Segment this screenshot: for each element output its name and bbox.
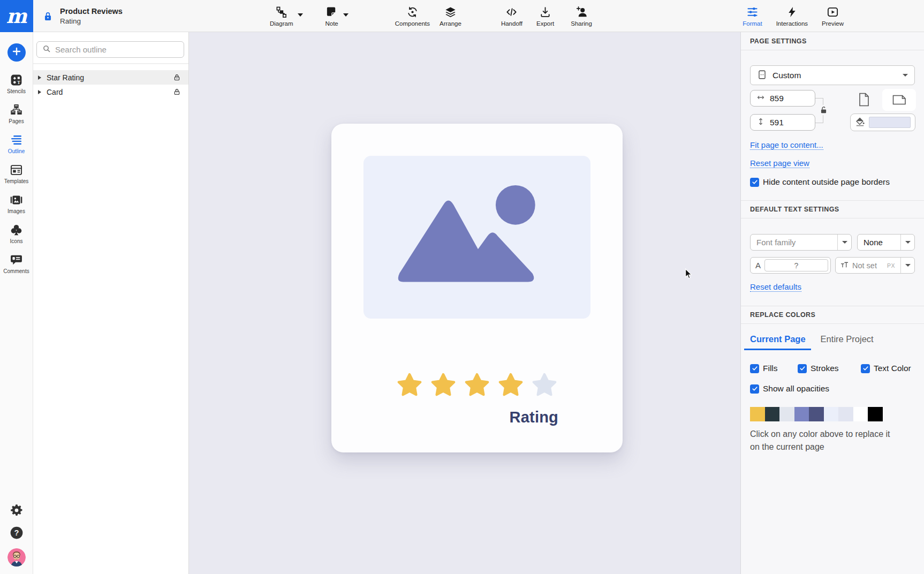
sidebar-item-stencils[interactable]: T Stencils xyxy=(7,73,26,94)
sidebar-item-pages[interactable]: Pages xyxy=(9,103,24,124)
moqups-logo[interactable]: m xyxy=(0,0,33,32)
sidebar-item-comments[interactable]: Comments xyxy=(3,253,29,274)
diagram-tool-button[interactable]: Diagram xyxy=(270,6,293,27)
tab-current-page[interactable]: Current Page xyxy=(750,334,806,350)
note-dropdown-caret[interactable] xyxy=(343,13,349,17)
hide-content-label: Hide content outside page borders xyxy=(763,177,890,187)
diagram-dropdown-caret[interactable] xyxy=(298,13,303,17)
project-titles: Product Reviews Rating xyxy=(60,7,123,25)
sidebar-item-icons[interactable]: Icons xyxy=(10,223,23,244)
format-sliders-icon xyxy=(746,6,759,18)
reset-page-view-link[interactable]: Reset page view xyxy=(750,158,809,168)
hide-content-checkbox-row[interactable]: Hide content outside page borders xyxy=(750,177,915,187)
rating-text[interactable]: Rating xyxy=(510,409,558,426)
replace-colors-caption: Click on any color above to replace it o… xyxy=(750,428,915,454)
font-family-select[interactable]: Font family xyxy=(750,234,852,251)
stencils-icon: T xyxy=(10,73,23,87)
outline-row-star-rating[interactable]: Star Rating xyxy=(33,70,188,85)
design-canvas[interactable]: Rating xyxy=(189,32,740,574)
font-size-field[interactable]: A xyxy=(750,257,831,274)
star-icon[interactable] xyxy=(463,371,491,399)
line-height-select[interactable]: Not set PX xyxy=(835,257,915,274)
add-stencil-button[interactable] xyxy=(7,43,26,62)
strokes-checkbox-row[interactable]: Strokes xyxy=(798,364,861,373)
font-style-select[interactable]: None xyxy=(857,234,915,251)
sidebar-item-images[interactable]: Images xyxy=(7,193,25,214)
arrange-tool-button[interactable]: Arrange xyxy=(440,6,461,27)
interactions-tab-button[interactable]: Interactions xyxy=(776,6,808,27)
color-swatch[interactable] xyxy=(794,407,809,421)
page-width-field[interactable] xyxy=(750,90,815,107)
fills-checkbox-row[interactable]: Fills xyxy=(750,364,798,373)
images-label: Images xyxy=(7,208,25,214)
star-icon[interactable] xyxy=(429,371,457,399)
color-swatch[interactable] xyxy=(838,407,853,421)
reset-defaults-link[interactable]: Reset defaults xyxy=(750,282,801,292)
orientation-landscape-button[interactable] xyxy=(882,89,916,111)
top-toolbar: m Product Reviews Rating Diagram xyxy=(0,0,924,32)
select-arrow-section[interactable] xyxy=(900,235,914,250)
diagram-icon xyxy=(275,6,287,18)
page-fill-color-button[interactable] xyxy=(850,114,915,131)
user-avatar[interactable] xyxy=(7,548,26,567)
color-swatch[interactable] xyxy=(824,407,839,421)
outline-icon xyxy=(10,133,23,147)
page-height-input[interactable] xyxy=(770,118,802,127)
fit-page-to-content-link[interactable]: Fit page to content... xyxy=(750,140,823,150)
select-arrow-section[interactable] xyxy=(837,235,851,250)
expand-triangle-icon[interactable] xyxy=(38,90,41,94)
chevron-down-icon xyxy=(905,264,911,267)
export-download-icon xyxy=(539,6,551,18)
font-size-input[interactable] xyxy=(764,259,828,271)
checkbox-checked-icon[interactable] xyxy=(750,178,759,187)
sharing-tool-button[interactable]: Sharing xyxy=(571,6,592,27)
settings-gear-icon[interactable] xyxy=(10,503,24,517)
templates-label: Templates xyxy=(4,178,29,184)
text-color-checkbox-row[interactable]: Text Color xyxy=(861,364,911,373)
checkbox-checked-icon[interactable] xyxy=(798,364,807,373)
format-panel: PAGE SETTINGS Custom xyxy=(740,32,924,574)
star-icon[interactable] xyxy=(531,371,558,399)
color-swatch[interactable] xyxy=(750,407,765,421)
outline-search-box[interactable] xyxy=(36,41,184,58)
image-placeholder[interactable] xyxy=(363,156,590,319)
checkbox-checked-icon[interactable] xyxy=(750,384,759,394)
select-arrow-section[interactable] xyxy=(900,258,914,273)
rating-card-stencil[interactable]: Rating xyxy=(331,124,623,452)
export-tool-button[interactable]: Export xyxy=(536,6,554,27)
color-swatch[interactable] xyxy=(853,407,868,421)
expand-triangle-icon[interactable] xyxy=(38,75,41,80)
locked-icon[interactable] xyxy=(173,73,181,81)
page-width-input[interactable] xyxy=(770,94,802,103)
page-size-preset-select[interactable]: Custom xyxy=(750,65,915,85)
components-tool-button[interactable]: Components xyxy=(395,6,430,27)
help-icon[interactable]: ? xyxy=(10,526,24,540)
sidebar-item-templates[interactable]: Templates xyxy=(4,163,29,184)
star-rating-row[interactable] xyxy=(396,371,558,399)
project-title[interactable]: Product Reviews xyxy=(60,7,123,16)
star-icon[interactable] xyxy=(497,371,525,399)
star-icon[interactable] xyxy=(396,371,423,399)
paint-bucket-icon xyxy=(855,117,865,129)
color-swatch[interactable] xyxy=(809,407,824,421)
preview-tab-button[interactable]: Preview xyxy=(822,6,844,27)
dimension-lock-toggle[interactable] xyxy=(819,105,829,115)
color-swatch[interactable] xyxy=(765,407,780,421)
show-all-opacities-row[interactable]: Show all opacities xyxy=(750,384,915,394)
color-swatch[interactable] xyxy=(779,407,794,421)
stencils-label: Stencils xyxy=(7,88,26,94)
locked-icon[interactable] xyxy=(173,88,181,96)
page-height-field[interactable] xyxy=(750,114,815,131)
color-swatch[interactable] xyxy=(868,407,883,421)
note-tool-button[interactable]: Note xyxy=(325,6,338,27)
checkbox-checked-icon[interactable] xyxy=(861,364,870,373)
checkbox-checked-icon[interactable] xyxy=(750,364,759,373)
sidebar-item-outline[interactable]: Outline xyxy=(8,133,25,154)
outline-row-card[interactable]: Card xyxy=(33,85,188,99)
format-tab-button[interactable]: Format xyxy=(743,6,762,27)
search-input[interactable] xyxy=(55,45,178,54)
orientation-portrait-button[interactable] xyxy=(859,93,869,107)
handoff-tool-button[interactable]: Handoff xyxy=(501,6,522,27)
current-page-name[interactable]: Rating xyxy=(60,17,123,25)
tab-entire-project[interactable]: Entire Project xyxy=(821,334,874,350)
